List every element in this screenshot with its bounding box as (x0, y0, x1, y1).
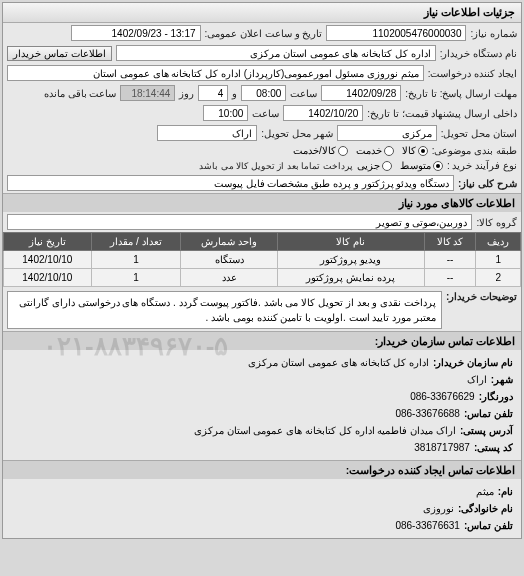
radio-dot-icon (384, 146, 394, 156)
cell: -- (424, 251, 476, 269)
lbl-hour2: ساعت (252, 108, 279, 119)
table-row: 1 -- ویدیو پروژکتور دستگاه 1 1402/10/10 (4, 251, 521, 269)
contact-key: تلفن تماس: (464, 517, 513, 534)
contact-line: تلفن تماس:086-33676688 (11, 405, 513, 422)
contact-line: شهر:اراک (11, 371, 513, 388)
lbl-place: استان محل تحویل: (441, 128, 517, 139)
proc-radio-group: متوسط جزیی (357, 160, 443, 171)
table-row: 2 -- پرده نمایش پروژکتور عدد 1 1402/10/1… (4, 269, 521, 287)
val-city: اراک (157, 125, 257, 141)
contact-line: آدرس پستی:اراک میدان فاطمیه اداره کل کتا… (11, 422, 513, 439)
contact-val: 086-33676688 (395, 405, 460, 422)
proc-note: پرداخت تماما بعد از تحویل کالا می باشد (199, 161, 353, 171)
th-5: تاریخ نیاز (4, 233, 92, 251)
goods-table: ردیف کد کالا نام کالا واحد شمارش تعداد /… (3, 232, 521, 287)
contact1-title: اطلاعات تماس سازمان خریدار: (3, 331, 521, 350)
contact-key: نام: (498, 483, 513, 500)
cell: پرده نمایش پروژکتور (277, 269, 424, 287)
contact-key: نام سازمان خریدار: (433, 354, 513, 371)
contact-key: آدرس پستی: (460, 422, 513, 439)
radio-dot-icon (338, 146, 348, 156)
contact-key: دورنگار: (479, 388, 513, 405)
val-pub-date: 13:17 - 1402/09/23 (71, 25, 201, 41)
cell: 1 (91, 269, 181, 287)
lbl-days: روز (179, 88, 194, 99)
contact-val: اراک میدان فاطمیه اداره کل کتابخانه های … (194, 422, 456, 439)
val-buyer: اداره کل کتابخانه های عمومی استان مرکزی (116, 45, 436, 61)
lbl-pub-date: تاریخ و ساعت اعلان عمومی: (205, 28, 323, 39)
row-deadline1: مهلت ارسال پاسخ: تا تاریخ: 1402/09/28 سا… (3, 83, 521, 103)
radio-proc-1[interactable]: جزیی (357, 160, 392, 171)
cell: ویدیو پروژکتور (277, 251, 424, 269)
contact-val: میثم (476, 483, 494, 500)
radio-dot-icon (382, 161, 392, 171)
lbl-buyer: نام دستگاه خریدار: (440, 48, 517, 59)
cell: 1 (476, 251, 521, 269)
lbl-class: طبقه بندی موضوعی: (432, 145, 517, 156)
contact-line: کد پستی:3818717987 (11, 439, 513, 456)
buyer-contact-button[interactable]: اطلاعات تماس خریدار (7, 46, 112, 61)
radio-class-2[interactable]: کالا/خدمت (293, 145, 348, 156)
contact-val: 086-33676629 (410, 388, 475, 405)
row-location: استان محل تحویل: مرکزی شهر محل تحویل: ار… (3, 123, 521, 143)
main-panel: جزئیات اطلاعات نیاز شماره نیاز: 11020054… (2, 2, 522, 539)
val-remain: 18:14:44 (120, 85, 175, 101)
row-number: شماره نیاز: 1102005476000030 تاریخ و ساع… (3, 23, 521, 43)
lbl-city: شهر محل تحویل: (261, 128, 332, 139)
val-d1: 1402/09/28 (321, 85, 401, 101)
radio-class-0[interactable]: کالا (402, 145, 428, 156)
panel-title: جزئیات اطلاعات نیاز (3, 3, 521, 23)
val-subject: دستگاه ویدئو پرژکتور و پرده طبق مشخصات ف… (7, 175, 454, 191)
contact-val: 086-33676631 (395, 517, 460, 534)
radio-label: متوسط (400, 160, 431, 171)
contact-line: دورنگار:086-33676629 (11, 388, 513, 405)
contact-key: نام خانوادگی: (458, 500, 513, 517)
lbl-subject: شرح کلی نیاز: (458, 178, 517, 189)
radio-dot-icon (433, 161, 443, 171)
contact-key: تلفن تماس: (464, 405, 513, 422)
th-1: کد کالا (424, 233, 476, 251)
class-radio-group: کالا خدمت کالا/خدمت (293, 145, 428, 156)
row-group: گروه کالا: دوربین،صوتی و تصویر (3, 212, 521, 232)
contact-key: شهر: (491, 371, 513, 388)
contact-val: 3818717987 (414, 439, 470, 456)
contact2-title: اطلاعات تماس ایجاد کننده درخواست: (3, 460, 521, 479)
contact-val: اداره کل کتابخانه های عمومی استان مرکزی (248, 354, 429, 371)
goods-section-title: اطلاعات کالاهای مورد نیاز (3, 193, 521, 212)
lbl-notes: توضیحات خریدار: (446, 291, 517, 302)
radio-label: کالا/خدمت (293, 145, 336, 156)
th-4: تعداد / مقدار (91, 233, 181, 251)
val-days: 4 (198, 85, 228, 101)
val-h2: 10:00 (203, 105, 248, 121)
row-deadline2: داخلی ارسال پیشنهاد قیمت؛ تا تاریخ: 1402… (3, 103, 521, 123)
lbl-and: و (232, 88, 237, 99)
radio-label: کالا (402, 145, 416, 156)
radio-class-1[interactable]: خدمت (356, 145, 394, 156)
lbl-requester: ایجاد کننده درخواست: (428, 68, 517, 79)
contact-val: اراک (467, 371, 487, 388)
row-proc: نوع فرآیند خرید : متوسط جزیی پرداخت تمام… (3, 158, 521, 173)
radio-proc-0[interactable]: متوسط (400, 160, 443, 171)
contact1-wrap: ۰۲۱-۸۸۳۴۹۶۷۰-۵ اطلاعات تماس سازمان خریدا… (3, 331, 521, 460)
lbl-deadline1: مهلت ارسال پاسخ: تا تاریخ: (405, 88, 517, 99)
cell: 1 (91, 251, 181, 269)
contact1-block: نام سازمان خریدار:اداره کل کتابخانه های … (3, 350, 521, 460)
val-notes: پرداخت نقدی و بعد از تحویل کالا می باشد … (7, 291, 442, 329)
val-group: دوربین،صوتی و تصویر (7, 214, 472, 230)
lbl-hour1: ساعت (290, 88, 317, 99)
cell: 1402/10/10 (4, 269, 92, 287)
th-2: نام کالا (277, 233, 424, 251)
th-3: واحد شمارش (181, 233, 277, 251)
contact-line: نام خانوادگی:نوروزی (11, 500, 513, 517)
lbl-deadline2: داخلی ارسال پیشنهاد قیمت؛ تا تاریخ: (367, 108, 517, 119)
row-class: طبقه بندی موضوعی: کالا خدمت کالا/خدمت (3, 143, 521, 158)
val-place: مرکزی (337, 125, 437, 141)
row-requester: ایجاد کننده درخواست: میثم نوروزی مسئول ا… (3, 63, 521, 83)
cell: 2 (476, 269, 521, 287)
radio-label: خدمت (356, 145, 382, 156)
cell: دستگاه (181, 251, 277, 269)
th-0: ردیف (476, 233, 521, 251)
radio-label: جزیی (357, 160, 380, 171)
radio-dot-icon (418, 146, 428, 156)
lbl-req-number: شماره نیاز: (470, 28, 517, 39)
